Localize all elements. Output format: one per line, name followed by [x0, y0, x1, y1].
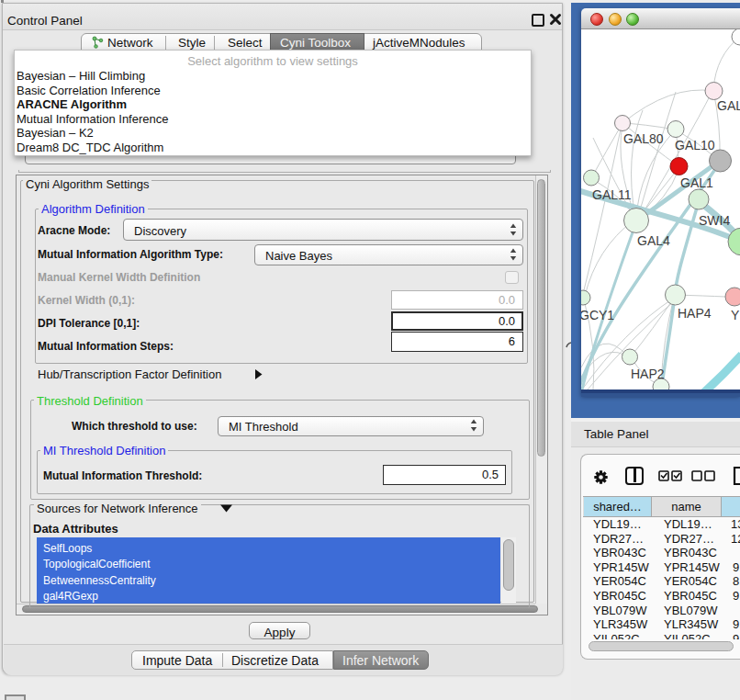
- svg-text:SWI4: SWI4: [699, 213, 730, 228]
- svg-text:GAL10: GAL10: [675, 138, 715, 152]
- svg-text:HAP2: HAP2: [631, 367, 665, 381]
- svg-text:GAL11: GAL11: [592, 187, 632, 202]
- svg-text:GAL: GAL: [717, 98, 740, 113]
- svg-text:GAL1: GAL1: [680, 175, 713, 190]
- svg-text:Y: Y: [731, 308, 740, 322]
- svg-text:HAP4: HAP4: [678, 306, 712, 321]
- svg-text:GCY1: GCY1: [581, 308, 614, 322]
- svg-text:GAL4: GAL4: [637, 233, 670, 248]
- svg-text:GAL80: GAL80: [623, 131, 664, 146]
